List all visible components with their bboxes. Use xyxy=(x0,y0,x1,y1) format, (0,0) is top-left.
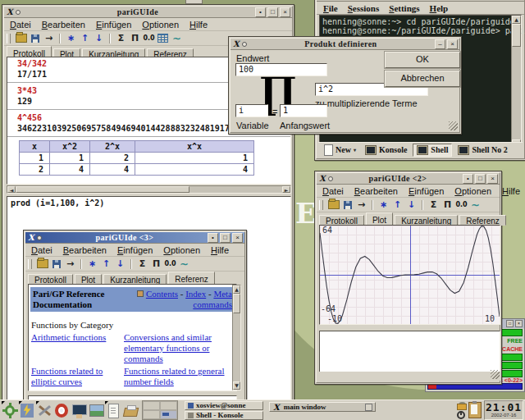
evaluate-button[interactable]: ∗ xyxy=(65,33,77,44)
menu-optionen[interactable]: Optionen xyxy=(142,20,179,30)
evaluate-button[interactable]: ∗ xyxy=(377,199,390,211)
plot-button[interactable]: ~ xyxy=(178,258,190,270)
session-new-button[interactable]: New ▾ xyxy=(321,144,359,156)
sticky-icon[interactable] xyxy=(37,235,42,240)
protokoll-hscrollbar[interactable]: ◄ ► xyxy=(7,185,291,194)
menu-file[interactable]: File xyxy=(323,3,338,13)
session-shell-button[interactable]: Shell xyxy=(413,144,452,157)
lock-screen-icon[interactable] xyxy=(457,402,466,410)
clipboard-icon[interactable] xyxy=(468,402,482,418)
reference-page[interactable]: Pari/GP Reference Documentation Contents… xyxy=(28,284,237,391)
scrollbar-thumb[interactable] xyxy=(16,186,189,193)
toolbar-handle[interactable] xyxy=(7,34,11,43)
minimize-icon[interactable]: • xyxy=(255,7,266,17)
plot-button[interactable]: ~ xyxy=(171,33,183,44)
resize-grip[interactable] xyxy=(449,121,458,130)
session-konsole-button[interactable]: Konsole xyxy=(362,144,410,156)
pager-desktop-2[interactable] xyxy=(160,401,177,410)
menu-datei[interactable]: Datei xyxy=(10,20,31,30)
menu-hilfe[interactable]: Hilfe xyxy=(189,20,208,30)
maximize-icon[interactable]: □ xyxy=(267,7,278,17)
desk-button[interactable] xyxy=(122,402,139,419)
iconified-main-window[interactable]: X main window xyxy=(269,402,376,412)
sum-button[interactable]: Σ xyxy=(136,258,148,270)
menu-help[interactable]: Help xyxy=(430,3,449,13)
open-button[interactable] xyxy=(15,33,27,44)
scroll-left-icon[interactable]: ◄ xyxy=(7,186,16,193)
history-down-button[interactable]: ↓ xyxy=(93,33,105,44)
scrollbar-thumb[interactable] xyxy=(512,24,521,47)
maximize-icon[interactable]: □ xyxy=(220,233,231,243)
product-button[interactable]: Π xyxy=(441,199,454,211)
ref-titlebar[interactable]: X pariGUIde <3> • □ × xyxy=(25,232,244,244)
wallpaper-button[interactable] xyxy=(88,402,104,419)
link-conversions[interactable]: Conversions and similar elementary funct… xyxy=(124,332,234,364)
history-down-button[interactable]: ↓ xyxy=(405,199,418,211)
sticky-icon[interactable] xyxy=(242,42,247,47)
maximize-icon[interactable]: □ xyxy=(475,174,486,184)
pager-desktop-1[interactable] xyxy=(143,401,160,410)
sum-button[interactable]: Σ xyxy=(427,199,440,211)
minimize-icon[interactable]: • xyxy=(463,174,473,184)
variable-field[interactable]: i xyxy=(235,104,268,117)
link-arithmetic[interactable]: Arithmetic functions xyxy=(31,332,117,364)
decimal-button[interactable]: 0.0 xyxy=(164,258,176,270)
menu-einfuegen[interactable]: Einfügen xyxy=(96,20,131,30)
menu-bearbeiten[interactable]: Bearbeiten xyxy=(42,20,85,30)
tab-plot[interactable]: Plot xyxy=(366,212,393,226)
decimal-button[interactable]: 0.0 xyxy=(455,199,468,211)
menu-bearbeiten[interactable]: Bearbeiten xyxy=(354,186,398,196)
pager-desktop-3[interactable] xyxy=(143,410,160,419)
energy-button[interactable] xyxy=(19,402,35,419)
dialog-titlebar[interactable]: X Produkt definieren – × xyxy=(231,39,459,50)
evaluate-button[interactable]: ∗ xyxy=(86,258,98,270)
plot-titlebar[interactable]: X pariGUIde <2> • □ × xyxy=(317,173,500,185)
open-button[interactable] xyxy=(327,199,340,211)
history-up-button[interactable]: ↑ xyxy=(79,33,91,44)
close-icon[interactable]: × xyxy=(447,39,458,49)
menu-optionen[interactable]: Optionen xyxy=(163,245,200,255)
open-button[interactable] xyxy=(36,258,48,270)
export-button[interactable]: → xyxy=(43,33,55,44)
ok-button[interactable]: OK xyxy=(385,52,460,68)
menu-datei[interactable]: Datei xyxy=(31,245,52,255)
reference-scrollbar[interactable]: ▲ ▼ xyxy=(232,285,241,390)
minimize-icon[interactable]: • xyxy=(208,233,218,243)
logout-icon[interactable] xyxy=(457,411,465,419)
settings-button[interactable] xyxy=(36,402,52,419)
link-number-fields[interactable]: Functions related to general number fiel… xyxy=(124,366,234,387)
scroll-up-icon[interactable]: ▲ xyxy=(233,285,240,294)
close-icon[interactable]: × xyxy=(280,7,290,17)
cancel-button[interactable]: Abbrechen xyxy=(385,71,460,87)
plot-button[interactable]: ~ xyxy=(469,199,482,211)
menu-settings[interactable]: Settings xyxy=(389,3,419,13)
close-icon[interactable]: × xyxy=(487,174,498,184)
link-index[interactable]: Index xyxy=(185,289,206,299)
save-button[interactable] xyxy=(50,258,62,270)
export-button[interactable]: → xyxy=(64,258,76,270)
help-button[interactable] xyxy=(53,402,70,419)
link-plotting[interactable]: Plotting functions xyxy=(31,389,117,391)
toolbar-handle[interactable] xyxy=(319,200,323,210)
close-icon[interactable]: × xyxy=(515,320,523,327)
command-input-area[interactable] xyxy=(319,331,500,377)
matrix-button[interactable] xyxy=(157,33,169,44)
scrollbar-thumb[interactable] xyxy=(233,294,240,313)
documents-button[interactable] xyxy=(105,402,121,419)
save-button[interactable] xyxy=(29,33,41,44)
sticky-icon[interactable] xyxy=(16,10,21,15)
start-field[interactable]: 1 xyxy=(280,104,327,117)
menu-hilfe[interactable]: Hilfe xyxy=(502,186,520,196)
history-up-button[interactable]: ↑ xyxy=(391,199,404,211)
task-xosview[interactable]: xosview@sonne xyxy=(185,401,263,410)
task-konsole[interactable]: Shell - Konsole xyxy=(185,411,263,420)
menu-einfuegen[interactable]: Einfügen xyxy=(117,245,153,255)
history-up-button[interactable]: ↑ xyxy=(100,258,112,270)
save-button[interactable] xyxy=(341,199,354,211)
menu-einfuegen[interactable]: Einfügen xyxy=(409,186,444,196)
k-menu-button[interactable] xyxy=(2,402,18,419)
session-shell2-button[interactable]: Shell No 2 xyxy=(454,144,510,156)
sum-button[interactable]: Σ xyxy=(115,33,127,44)
scroll-right-icon[interactable]: ► xyxy=(282,186,290,193)
toolbar-handle[interactable] xyxy=(28,259,32,269)
